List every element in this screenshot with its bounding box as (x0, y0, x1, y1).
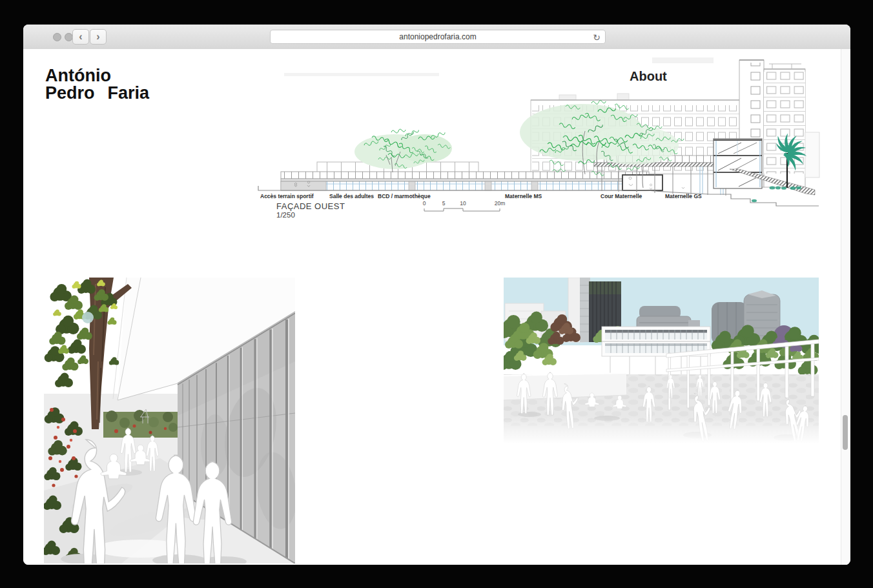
logo-line2: PedroFaria (45, 85, 149, 102)
reload-icon[interactable]: ↻ (593, 31, 601, 44)
scrollbar-track[interactable] (841, 49, 849, 565)
svg-text:10: 10 (460, 200, 466, 207)
ground-fade (504, 416, 819, 444)
back-icon: ‹ (79, 31, 82, 42)
browser-toolbar: ‹ › antoniopedrofaria.com ↻ (23, 25, 850, 50)
svg-text:0: 0 (423, 200, 426, 207)
back-button[interactable]: ‹ (72, 29, 89, 45)
url-text: antoniopedrofaria.com (271, 30, 605, 43)
project-image-corridor[interactable] (44, 278, 295, 563)
logo-line1: António (45, 67, 149, 85)
hedge (103, 409, 180, 438)
faint-roofline (284, 73, 439, 76)
site-logo[interactable]: António PedroFaria (45, 67, 149, 102)
facade-elevation-drawing: Accès terrain sportif Salle des adultes … (256, 55, 821, 219)
label-bcd-marmotheque: BCD / marmothèque (378, 193, 431, 199)
scale-bar: 0 5 10 20m (423, 200, 506, 211)
forward-button[interactable]: › (90, 29, 107, 45)
page-content: António PedroFaria About (23, 49, 850, 565)
minimize-window-button[interactable] (65, 33, 73, 41)
project-image-courtyard[interactable] (504, 278, 819, 444)
label-cour-maternelle: Cour Maternelle (601, 193, 642, 199)
close-window-button[interactable] (53, 33, 61, 41)
svg-text:5: 5 (442, 200, 446, 207)
label-acces-terrain-sportif: Accès terrain sportif (260, 193, 314, 199)
scrollbar-thumb[interactable] (843, 415, 848, 450)
label-salle-des-adultes: Salle des adultes (329, 193, 374, 199)
svg-text:20m: 20m (495, 200, 506, 207)
browser-window: ‹ › antoniopedrofaria.com ↻ António Pedr… (23, 25, 850, 565)
faint-roof-block (652, 57, 714, 63)
drawing-scale: 1/250 (276, 211, 295, 219)
label-maternelle-gs: Maternelle GS (665, 193, 702, 199)
label-maternelle-ms: Maternelle MS (505, 193, 542, 199)
stair-section (714, 139, 762, 188)
url-field[interactable]: antoniopedrofaria.com ↻ (270, 30, 606, 44)
forward-icon: › (96, 31, 99, 42)
drawing-title: FAÇADE OUEST (276, 201, 345, 211)
